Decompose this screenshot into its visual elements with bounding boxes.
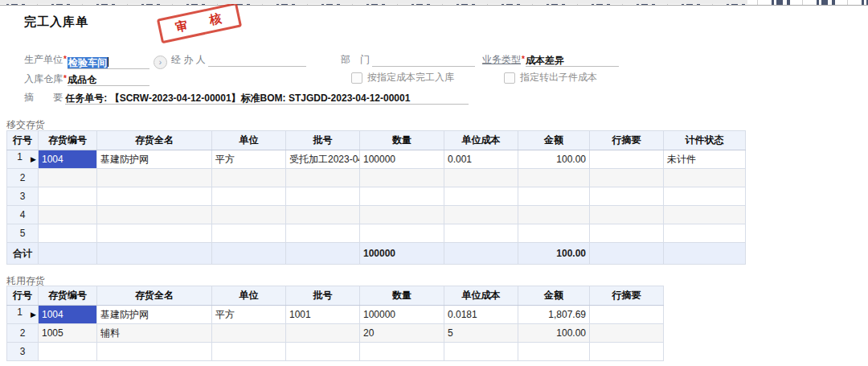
cell-qty[interactable]	[360, 169, 444, 187]
cell-unit[interactable]	[212, 343, 286, 361]
department-input[interactable]	[372, 54, 475, 67]
cell-code[interactable]	[39, 224, 97, 243]
cell-unit[interactable]	[212, 206, 286, 224]
cell-memo[interactable]	[590, 343, 664, 361]
row-indicator-icon: ▶	[31, 151, 36, 167]
cell-unit-cost[interactable]	[444, 206, 518, 224]
cell-name[interactable]: 辅料	[97, 324, 212, 343]
cell-name[interactable]	[97, 224, 212, 243]
cell-name[interactable]	[97, 343, 212, 361]
cell-piece-status[interactable]: 未计件	[664, 150, 746, 169]
cell-piece-status[interactable]	[664, 206, 746, 224]
cell-qty[interactable]	[360, 343, 444, 361]
cell-memo[interactable]	[590, 324, 664, 343]
cell-code[interactable]	[39, 169, 97, 187]
cell-batch[interactable]: 1001	[286, 306, 360, 324]
cell-unit[interactable]	[212, 224, 286, 243]
cell-batch[interactable]	[286, 224, 360, 243]
header-row: 行号 存货编号 存货全名 单位 批号 数量 单位成本 金额 行摘要	[7, 286, 664, 306]
cell-memo[interactable]	[590, 306, 664, 324]
cell-memo[interactable]	[590, 169, 664, 187]
checkbox-icon[interactable]	[351, 72, 362, 84]
col-header: 单位成本	[444, 131, 518, 150]
cell-code[interactable]: 1004	[39, 150, 97, 169]
field-biz-type: 业务类型*成本差异	[482, 53, 619, 66]
cell-unit[interactable]	[212, 187, 286, 206]
cell-amount[interactable]	[518, 187, 590, 206]
cell-amount[interactable]	[518, 169, 590, 187]
cell-memo[interactable]	[590, 150, 664, 169]
cell-amount[interactable]: 100.00	[518, 324, 590, 343]
cell-qty[interactable]: 100000	[360, 150, 444, 169]
cell-amount[interactable]	[518, 343, 590, 361]
cell-memo[interactable]	[590, 187, 664, 206]
biz-type-input[interactable]: 成本差异	[526, 54, 619, 67]
cell-code[interactable]	[39, 343, 97, 361]
header-row: 行号 存货编号 存货全名 单位 批号 数量 单位成本 金额 行摘要 计件状态	[7, 131, 746, 150]
cell-code[interactable]: 1005	[39, 324, 97, 343]
table-row: 1▶ 1004 基建防护网 平方 1001 100000 0.0181 1,80…	[7, 306, 664, 324]
cell-amount[interactable]: 100.00	[518, 150, 590, 169]
cell-line-no[interactable]: 3	[7, 343, 39, 361]
field-department: 部 门	[341, 53, 475, 66]
table-row: 4	[7, 206, 746, 224]
cell-piece-status[interactable]	[664, 187, 746, 206]
cell-unit-cost[interactable]	[444, 187, 518, 206]
cell-line-no[interactable]: 4	[7, 206, 39, 224]
cell-unit-cost[interactable]: 0.001	[444, 150, 518, 169]
cell-name[interactable]: 基建防护网	[97, 306, 212, 324]
summary-input[interactable]: 任务单号: 【SCRW-2023-04-12-00001】标准BOM: STJG…	[65, 92, 469, 105]
cell-qty[interactable]: 20	[360, 324, 444, 343]
cell-batch[interactable]	[286, 187, 360, 206]
cell-unit-cost[interactable]	[444, 224, 518, 243]
cell-unit-cost[interactable]	[444, 343, 518, 361]
cell-unit[interactable]: 平方	[212, 306, 286, 324]
cell-name[interactable]: 基建防护网	[97, 150, 212, 169]
cell-batch[interactable]: 受托加工2023-04-1	[286, 150, 360, 169]
cell-memo[interactable]	[590, 224, 664, 243]
checkbox-icon[interactable]	[504, 72, 515, 84]
cell-line-no[interactable]: 2	[7, 169, 39, 187]
cell-qty[interactable]: 100000	[360, 306, 444, 324]
cell-qty[interactable]	[360, 187, 444, 206]
cell-unit-cost[interactable]	[444, 169, 518, 187]
cell-amount[interactable]: 1,807.69	[518, 306, 590, 324]
cell-batch[interactable]	[286, 343, 360, 361]
cell-batch[interactable]	[286, 206, 360, 224]
cell-unit[interactable]	[212, 169, 286, 187]
cell-amount[interactable]	[518, 206, 590, 224]
cell-name[interactable]	[97, 169, 212, 187]
cell-amount[interactable]	[518, 224, 590, 243]
cell-piece-status[interactable]	[664, 169, 746, 187]
cell-qty[interactable]	[360, 224, 444, 243]
cell-memo[interactable]	[590, 206, 664, 224]
biz-type-label[interactable]: 业务类型	[482, 54, 521, 65]
cell-unit[interactable]	[212, 324, 286, 343]
col-header: 行号	[7, 131, 39, 150]
cell-name[interactable]	[97, 206, 212, 224]
cell-qty[interactable]	[360, 206, 444, 224]
cell-unit-cost[interactable]: 5	[444, 324, 518, 343]
cell-line-no[interactable]: 1▶	[7, 306, 39, 324]
cell-batch[interactable]	[286, 169, 360, 187]
producer-input[interactable]: 检验车间	[68, 56, 149, 69]
biz-type-value: 成本差异	[526, 55, 564, 66]
cell-line-no[interactable]: 1▶	[7, 150, 39, 169]
cell-unit[interactable]: 平方	[212, 150, 286, 169]
cell-batch[interactable]	[286, 324, 360, 343]
grid-scroll-strip[interactable]	[0, 0, 747, 4]
cell-code[interactable]: 1004	[39, 306, 97, 324]
cell-name[interactable]	[97, 187, 212, 206]
cell-unit-cost[interactable]: 0.0181	[444, 306, 518, 324]
cell-piece-status[interactable]	[664, 224, 746, 243]
checkbox-transfer-child[interactable]: 指定转出子件成本	[504, 71, 597, 84]
handler-input[interactable]	[208, 54, 306, 67]
checkbox-specified-cost[interactable]: 按指定成本完工入库	[351, 71, 454, 84]
cell-code[interactable]	[39, 206, 97, 224]
cell-line-no[interactable]: 2	[7, 324, 39, 343]
cell-code[interactable]	[39, 187, 97, 206]
warehouse-input[interactable]: 成品仓	[68, 73, 149, 86]
cell-line-no[interactable]: 5	[7, 224, 39, 243]
cell-line-no[interactable]: 3	[7, 187, 39, 206]
browse-button[interactable]: ›	[154, 56, 167, 69]
